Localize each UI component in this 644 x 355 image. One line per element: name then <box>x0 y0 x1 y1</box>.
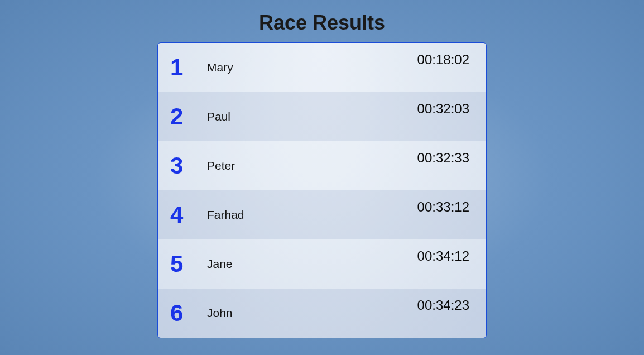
page-title: Race Results <box>259 11 385 35</box>
result-time: 00:34:23 <box>417 298 469 313</box>
race-results-panel: 1 Mary 00:18:02 2 Paul 00:32:03 3 Peter … <box>157 42 487 338</box>
result-rank: 1 <box>170 54 203 81</box>
result-row: 5 Jane 00:34:12 <box>158 239 486 289</box>
result-row: 6 John 00:34:23 <box>158 289 486 338</box>
result-time: 00:32:03 <box>417 101 469 117</box>
result-rank: 2 <box>170 103 203 130</box>
result-time: 00:33:12 <box>417 199 469 215</box>
result-row: 1 Mary 00:18:02 <box>158 43 486 92</box>
result-time: 00:32:33 <box>417 150 469 166</box>
result-rank: 4 <box>170 202 203 228</box>
result-row: 3 Peter 00:32:33 <box>158 141 486 190</box>
result-name: Peter <box>203 159 417 172</box>
result-name: Farhad <box>203 208 417 222</box>
result-name: Jane <box>203 257 417 271</box>
result-row: 2 Paul 00:32:03 <box>158 92 486 141</box>
result-time: 00:34:12 <box>417 248 469 264</box>
result-row: 4 Farhad 00:33:12 <box>158 190 486 239</box>
result-rank: 5 <box>170 251 203 277</box>
result-time: 00:18:02 <box>417 52 469 68</box>
result-name: Paul <box>203 110 417 123</box>
result-name: Mary <box>203 61 417 74</box>
result-rank: 6 <box>170 300 203 327</box>
result-rank: 3 <box>170 152 203 179</box>
result-name: John <box>203 306 417 320</box>
